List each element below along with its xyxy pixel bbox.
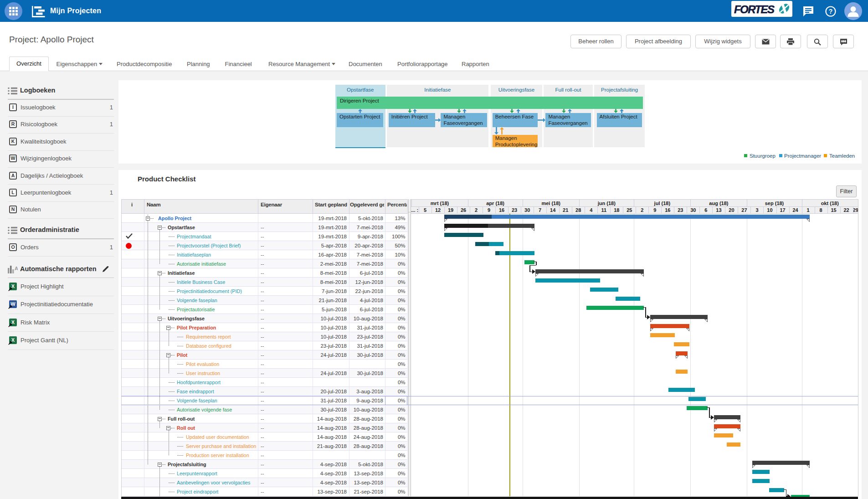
svg-text:?: ?: [829, 8, 833, 15]
svg-text:A: A: [15, 266, 18, 271]
